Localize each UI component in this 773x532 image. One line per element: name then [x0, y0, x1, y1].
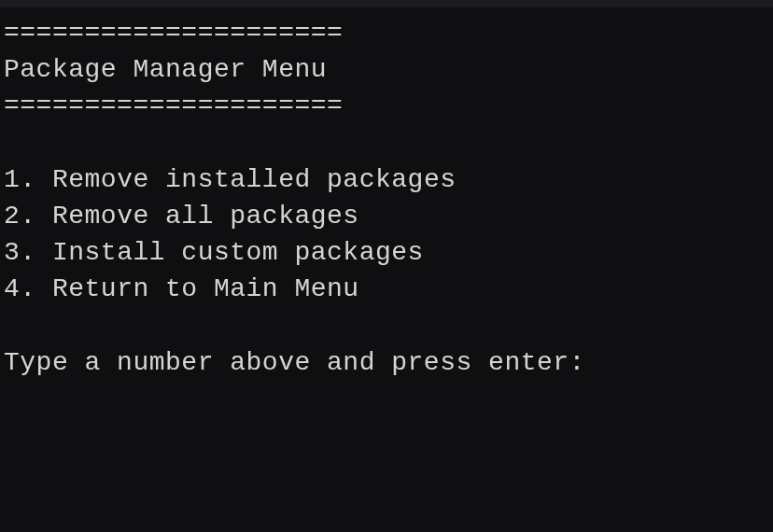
title-bar: [0, 0, 773, 7]
blank-line: [4, 308, 769, 344]
input-prompt[interactable]: Type a number above and press enter:: [4, 344, 769, 381]
terminal-output: ===================== Package Manager Me…: [4, 15, 769, 381]
menu-title: Package Manager Menu: [4, 51, 769, 88]
blank-line: [4, 125, 769, 161]
menu-item-3: 3. Install custom packages: [4, 234, 769, 271]
menu-item-2: 2. Remove all packages: [4, 198, 769, 234]
separator-top: =====================: [4, 15, 769, 51]
separator-bottom: =====================: [4, 88, 769, 124]
menu-item-1: 1. Remove installed packages: [4, 161, 769, 198]
menu-item-4: 4. Return to Main Menu: [4, 271, 769, 307]
